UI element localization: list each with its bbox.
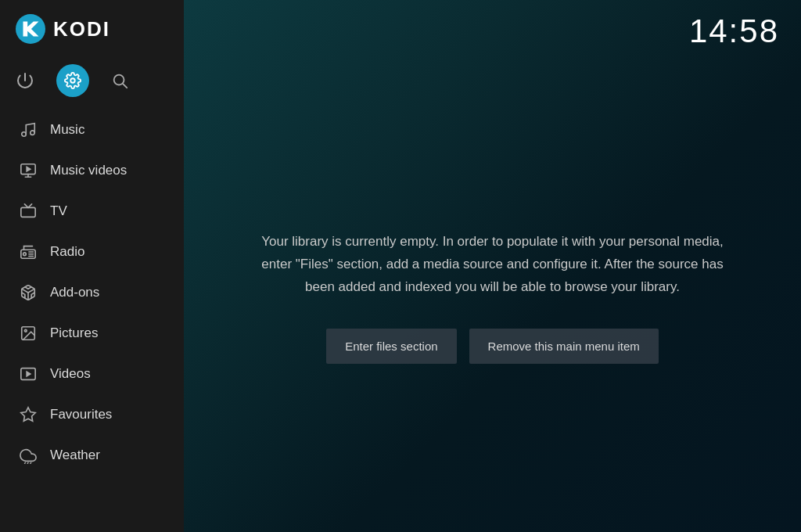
sidebar-menu: Music Music videos TV: [0, 110, 184, 532]
content-area: Your library is currently empty. In orde…: [184, 63, 801, 532]
sidebar-item-favourites-label: Favourites: [50, 407, 112, 422]
videos-icon: [19, 365, 38, 383]
sidebar-item-videos-label: Videos: [50, 366, 91, 382]
svg-line-23: [24, 462, 25, 464]
svg-point-13: [23, 253, 27, 256]
svg-marker-21: [27, 372, 31, 376]
sidebar-item-radio[interactable]: Radio: [0, 232, 184, 272]
sidebar: KODI: [0, 0, 184, 532]
search-button[interactable]: [111, 72, 128, 89]
svg-line-4: [123, 84, 127, 88]
music-icon: [19, 120, 38, 139]
kodi-logo: KODI: [16, 14, 110, 44]
sidebar-item-videos[interactable]: Videos: [0, 354, 184, 394]
sidebar-item-pictures[interactable]: Pictures: [0, 313, 184, 354]
sidebar-controls: [0, 58, 184, 110]
main-content: 14:58 Your library is currently empty. I…: [184, 0, 801, 532]
power-button[interactable]: [16, 71, 34, 90]
sidebar-item-tv-label: TV: [50, 203, 67, 219]
svg-point-19: [24, 329, 27, 332]
sidebar-item-addons-label: Add-ons: [50, 285, 99, 300]
app-header: KODI: [0, 0, 184, 58]
top-bar: 14:58: [184, 0, 801, 63]
sidebar-item-favourites[interactable]: Favourites: [0, 394, 184, 435]
action-buttons: Enter files section Remove this main men…: [326, 329, 659, 364]
remove-menu-item-button[interactable]: Remove this main menu item: [469, 329, 659, 364]
svg-marker-22: [21, 408, 35, 421]
svg-line-25: [31, 462, 31, 464]
weather-icon: [19, 446, 38, 465]
svg-marker-10: [27, 167, 31, 171]
music-video-icon: [19, 161, 38, 180]
sidebar-item-tv[interactable]: TV: [0, 191, 184, 232]
sidebar-item-music[interactable]: Music: [0, 110, 184, 150]
settings-button[interactable]: [56, 64, 89, 97]
pictures-icon: [19, 324, 38, 343]
clock-display: 14:58: [689, 13, 779, 50]
svg-point-2: [70, 78, 75, 83]
empty-library-message: Your library is currently empty. In orde…: [246, 231, 738, 299]
enter-files-button[interactable]: Enter files section: [326, 329, 456, 364]
favourites-icon: [19, 405, 38, 424]
sidebar-item-radio-label: Radio: [50, 244, 84, 260]
sidebar-item-music-videos-label: Music videos: [50, 163, 127, 178]
addons-icon: [19, 283, 38, 302]
sidebar-item-music-label: Music: [50, 122, 84, 138]
kodi-icon: [16, 14, 45, 44]
sidebar-item-weather[interactable]: Weather: [0, 435, 184, 476]
svg-rect-11: [21, 207, 35, 217]
radio-icon: [19, 243, 38, 261]
tv-icon: [19, 202, 38, 221]
sidebar-item-pictures-label: Pictures: [50, 325, 98, 341]
sidebar-item-music-videos[interactable]: Music videos: [0, 150, 184, 191]
svg-point-5: [22, 132, 27, 137]
app-name: KODI: [53, 17, 110, 41]
sidebar-item-addons[interactable]: Add-ons: [0, 272, 184, 313]
svg-line-24: [27, 462, 28, 464]
sidebar-item-weather-label: Weather: [50, 448, 100, 463]
